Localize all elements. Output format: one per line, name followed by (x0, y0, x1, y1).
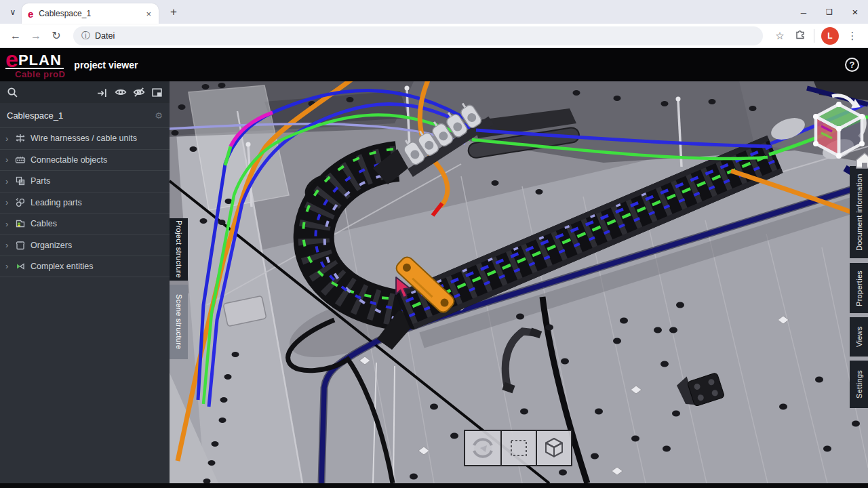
expand-chevron-icon[interactable]: › (5, 176, 14, 186)
project-structure-panel: Cablespace_1 ⚙ › Wire harnesses / cable … (0, 81, 170, 483)
cables-icon (15, 218, 26, 229)
expand-chevron-icon[interactable]: › (5, 261, 14, 271)
sidebar-item-complex-entities[interactable]: › Complex entities (0, 256, 170, 277)
isometric-view-button[interactable] (536, 431, 571, 465)
sidebar-item-organizers[interactable]: › Organizers (0, 235, 170, 256)
box-select-icon (507, 436, 531, 460)
sidebar-item-label: Connectable objects (31, 155, 107, 165)
expand-chevron-icon[interactable]: › (5, 134, 14, 144)
home-icon[interactable] (856, 153, 868, 168)
project-settings-gear-icon[interactable]: ⚙ (155, 110, 163, 121)
sidebar-item-connectable-objects[interactable]: › Connectable objects (0, 149, 170, 171)
forward-button[interactable]: → (26, 30, 46, 42)
3d-viewport[interactable]: Project structure Scene structure Docume… (170, 81, 868, 483)
tab-document-information[interactable]: Document information (850, 166, 868, 258)
wire-harness-icon (15, 133, 26, 144)
box-select-button[interactable] (500, 431, 536, 465)
sidebar-item-leading-parts[interactable]: › Leading parts (0, 192, 170, 214)
sidebar-item-label: Organizers (31, 241, 72, 250)
close-window-button[interactable]: × (842, 6, 868, 18)
sidebar-item-label: Parts (31, 176, 50, 186)
window-controls: – ❑ × (791, 0, 868, 24)
project-name: Cablespace_1 (7, 110, 63, 121)
new-tab-button[interactable]: + (165, 5, 182, 19)
hide-eye-off-icon[interactable] (133, 86, 145, 98)
reload-button[interactable]: ↻ (46, 29, 66, 42)
sidebar-item-label: Leading parts (31, 198, 82, 207)
eplan-logo-plan: PLAN (18, 54, 62, 68)
tab-properties[interactable]: Properties (850, 263, 868, 313)
browser-tab[interactable]: e Cablespace_1 × (22, 3, 159, 24)
expand-chevron-icon[interactable]: › (5, 155, 14, 165)
search-icon[interactable] (7, 87, 18, 98)
orbit-view-icon (471, 436, 495, 460)
focus-selected-icon[interactable] (97, 87, 108, 98)
fit-view-icon[interactable] (151, 87, 163, 98)
leading-parts-icon (15, 197, 26, 208)
bottom-strip (0, 483, 868, 488)
app-title: project viewer (74, 60, 138, 70)
help-button[interactable]: ? (845, 58, 859, 72)
tab-search-chevron-icon[interactable]: ∨ (4, 3, 22, 21)
eplan-logo-e: e (5, 50, 18, 68)
orbit-view-button[interactable] (465, 431, 500, 465)
restore-button[interactable]: ❑ (816, 7, 842, 16)
sidebar-item-parts[interactable]: › Parts (0, 170, 170, 192)
bookmark-star-icon[interactable]: ☆ (770, 30, 790, 42)
tab-project-structure[interactable]: Project structure (170, 218, 188, 281)
view-mode-toolbar (464, 430, 572, 466)
sidebar-item-label: Complex entities (31, 262, 93, 271)
complex-entities-icon (15, 261, 26, 272)
expand-chevron-icon[interactable]: › (5, 197, 14, 207)
sidebar-item-label: Cables (31, 219, 57, 228)
isometric-view-icon (542, 436, 566, 460)
tab-close-icon[interactable]: × (144, 9, 153, 19)
address-bar[interactable]: ⓘ Datei (73, 26, 763, 45)
sidebar-item-cables[interactable]: › Cables (0, 213, 170, 235)
tab-settings[interactable]: Settings (850, 361, 868, 408)
browser-menu-icon[interactable]: ⋮ (842, 30, 863, 42)
back-button[interactable]: ← (5, 30, 26, 42)
expand-chevron-icon[interactable]: › (5, 240, 14, 250)
eplan-favicon: e (28, 8, 33, 20)
sidebar-item-label: Wire harnesses / cable units (31, 134, 137, 143)
expand-chevron-icon[interactable]: › (5, 219, 14, 229)
tab-title: Cablespace_1 (39, 9, 144, 18)
show-eye-icon[interactable] (115, 86, 127, 98)
toolbar-separator (814, 29, 814, 43)
browser-tab-strip: ∨ e Cablespace_1 × + – ❑ × (0, 0, 868, 24)
address-text: Datei (95, 31, 115, 41)
parts-icon (15, 176, 26, 186)
3d-scene-canvas[interactable] (170, 81, 868, 483)
eplan-logo-subtitle: Cable proD (15, 69, 65, 79)
eplan-logo: ePLAN Cable proD (5, 50, 65, 80)
organizers-icon (15, 240, 26, 251)
minimize-button[interactable]: – (791, 6, 816, 18)
sidebar-item-wire-harnesses[interactable]: › Wire harnesses / cable units (0, 127, 170, 149)
site-info-icon[interactable]: ⓘ (81, 30, 90, 42)
browser-toolbar: ← → ↻ ⓘ Datei ☆ L ⋮ (0, 24, 868, 48)
profile-avatar[interactable]: L (821, 27, 839, 45)
connectable-objects-icon (15, 155, 26, 165)
view-cube[interactable] (797, 88, 868, 173)
tab-scene-structure[interactable]: Scene structure (170, 285, 188, 359)
sidebar-toolbar (0, 81, 170, 103)
project-root-row[interactable]: Cablespace_1 ⚙ (0, 103, 170, 127)
tab-views[interactable]: Views (850, 317, 868, 357)
app-header: ePLAN Cable proD project viewer ? (0, 48, 868, 81)
extensions-puzzle-icon[interactable] (790, 29, 810, 42)
cursor-pointer (395, 277, 412, 300)
